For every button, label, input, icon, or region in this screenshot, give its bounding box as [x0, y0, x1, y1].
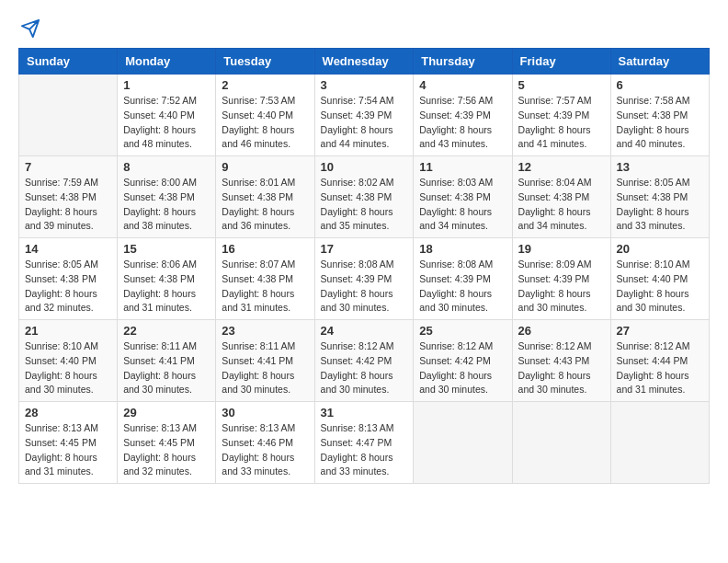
day-info: Sunrise: 8:11 AM Sunset: 4:41 PM Dayligh… — [123, 339, 210, 397]
day-info: Sunrise: 8:01 AM Sunset: 4:38 PM Dayligh… — [222, 176, 308, 234]
day-info: Sunrise: 8:12 AM Sunset: 4:42 PM Dayligh… — [321, 339, 408, 397]
day-info: Sunrise: 8:10 AM Sunset: 4:40 PM Dayligh… — [617, 258, 703, 316]
day-info: Sunrise: 8:00 AM Sunset: 4:38 PM Dayligh… — [123, 176, 210, 234]
calendar-cell: 16 Sunrise: 8:07 AM Sunset: 4:38 PM Dayl… — [216, 238, 314, 320]
day-number: 6 — [617, 78, 703, 92]
calendar-cell: 28 Sunrise: 8:13 AM Sunset: 4:45 PM Dayl… — [19, 402, 118, 484]
calendar-cell: 18 Sunrise: 8:08 AM Sunset: 4:39 PM Dayl… — [414, 238, 512, 320]
day-info: Sunrise: 8:12 AM Sunset: 4:44 PM Dayligh… — [617, 339, 703, 397]
day-number: 20 — [617, 242, 703, 256]
calendar-cell: 14 Sunrise: 8:05 AM Sunset: 4:38 PM Dayl… — [19, 238, 118, 320]
calendar-week-row: 1 Sunrise: 7:52 AM Sunset: 4:40 PM Dayli… — [19, 75, 710, 156]
day-number: 9 — [222, 160, 308, 174]
day-info: Sunrise: 7:57 AM Sunset: 4:39 PM Dayligh… — [518, 94, 605, 152]
day-number: 23 — [222, 324, 308, 338]
weekday-header-wednesday: Wednesday — [314, 49, 414, 75]
calendar-cell: 22 Sunrise: 8:11 AM Sunset: 4:41 PM Dayl… — [118, 320, 216, 402]
calendar-cell — [512, 402, 610, 484]
calendar-cell: 29 Sunrise: 8:13 AM Sunset: 4:45 PM Dayl… — [118, 402, 216, 484]
day-info: Sunrise: 8:13 AM Sunset: 4:47 PM Dayligh… — [321, 421, 408, 479]
calendar-cell: 13 Sunrise: 8:05 AM Sunset: 4:38 PM Dayl… — [610, 156, 709, 238]
day-number: 24 — [321, 324, 408, 338]
calendar-cell: 3 Sunrise: 7:54 AM Sunset: 4:39 PM Dayli… — [314, 75, 414, 156]
day-number: 7 — [25, 160, 111, 174]
calendar-cell: 26 Sunrise: 8:12 AM Sunset: 4:43 PM Dayl… — [512, 320, 610, 402]
calendar-table: SundayMondayTuesdayWednesdayThursdayFrid… — [18, 48, 710, 484]
day-number: 12 — [518, 160, 605, 174]
page-header — [18, 18, 710, 39]
calendar-cell: 24 Sunrise: 8:12 AM Sunset: 4:42 PM Dayl… — [314, 320, 414, 402]
calendar-cell: 21 Sunrise: 8:10 AM Sunset: 4:40 PM Dayl… — [19, 320, 118, 402]
calendar-cell — [414, 402, 512, 484]
day-info: Sunrise: 8:06 AM Sunset: 4:38 PM Dayligh… — [123, 258, 210, 316]
calendar-week-row: 7 Sunrise: 7:59 AM Sunset: 4:38 PM Dayli… — [19, 156, 710, 238]
day-info: Sunrise: 7:54 AM Sunset: 4:39 PM Dayligh… — [321, 94, 408, 152]
calendar-header-row: SundayMondayTuesdayWednesdayThursdayFrid… — [19, 49, 710, 75]
day-info: Sunrise: 8:03 AM Sunset: 4:38 PM Dayligh… — [419, 176, 506, 234]
day-number: 15 — [123, 242, 210, 256]
day-info: Sunrise: 7:52 AM Sunset: 4:40 PM Dayligh… — [123, 94, 210, 152]
weekday-header-sunday: Sunday — [19, 49, 118, 75]
day-info: Sunrise: 8:08 AM Sunset: 4:39 PM Dayligh… — [419, 258, 506, 316]
day-info: Sunrise: 7:59 AM Sunset: 4:38 PM Dayligh… — [25, 176, 111, 234]
calendar-cell: 30 Sunrise: 8:13 AM Sunset: 4:46 PM Dayl… — [216, 402, 314, 484]
calendar-cell: 9 Sunrise: 8:01 AM Sunset: 4:38 PM Dayli… — [216, 156, 314, 238]
day-number: 2 — [222, 78, 308, 92]
day-number: 17 — [321, 242, 408, 256]
day-number: 22 — [123, 324, 210, 338]
calendar-cell: 10 Sunrise: 8:02 AM Sunset: 4:38 PM Dayl… — [314, 156, 414, 238]
calendar-week-row: 14 Sunrise: 8:05 AM Sunset: 4:38 PM Dayl… — [19, 238, 710, 320]
day-info: Sunrise: 8:02 AM Sunset: 4:38 PM Dayligh… — [321, 176, 408, 234]
calendar-cell: 11 Sunrise: 8:03 AM Sunset: 4:38 PM Dayl… — [414, 156, 512, 238]
day-number: 29 — [123, 406, 210, 419]
day-info: Sunrise: 8:13 AM Sunset: 4:45 PM Dayligh… — [25, 421, 111, 479]
day-number: 4 — [419, 78, 506, 92]
day-number: 13 — [617, 160, 703, 174]
day-info: Sunrise: 8:12 AM Sunset: 4:43 PM Dayligh… — [518, 339, 605, 397]
day-info: Sunrise: 8:04 AM Sunset: 4:38 PM Dayligh… — [518, 176, 605, 234]
calendar-cell — [19, 75, 118, 156]
calendar-week-row: 28 Sunrise: 8:13 AM Sunset: 4:45 PM Dayl… — [19, 402, 710, 484]
calendar-week-row: 21 Sunrise: 8:10 AM Sunset: 4:40 PM Dayl… — [19, 320, 710, 402]
day-number: 10 — [321, 160, 408, 174]
weekday-header-friday: Friday — [512, 49, 610, 75]
day-info: Sunrise: 8:08 AM Sunset: 4:39 PM Dayligh… — [321, 258, 408, 316]
calendar-cell: 27 Sunrise: 8:12 AM Sunset: 4:44 PM Dayl… — [610, 320, 709, 402]
day-number: 21 — [25, 324, 111, 338]
day-number: 26 — [518, 324, 605, 338]
day-info: Sunrise: 7:53 AM Sunset: 4:40 PM Dayligh… — [222, 94, 308, 152]
calendar-cell: 7 Sunrise: 7:59 AM Sunset: 4:38 PM Dayli… — [19, 156, 118, 238]
weekday-header-monday: Monday — [118, 49, 216, 75]
day-number: 11 — [419, 160, 506, 174]
day-info: Sunrise: 8:12 AM Sunset: 4:42 PM Dayligh… — [419, 339, 506, 397]
day-info: Sunrise: 8:05 AM Sunset: 4:38 PM Dayligh… — [25, 258, 111, 316]
calendar-cell: 23 Sunrise: 8:11 AM Sunset: 4:41 PM Dayl… — [216, 320, 314, 402]
day-number: 19 — [518, 242, 605, 256]
logo — [18, 18, 40, 39]
day-number: 18 — [419, 242, 506, 256]
day-info: Sunrise: 8:07 AM Sunset: 4:38 PM Dayligh… — [222, 258, 308, 316]
calendar-cell: 12 Sunrise: 8:04 AM Sunset: 4:38 PM Dayl… — [512, 156, 610, 238]
calendar-cell: 6 Sunrise: 7:58 AM Sunset: 4:38 PM Dayli… — [610, 75, 709, 156]
day-info: Sunrise: 7:56 AM Sunset: 4:39 PM Dayligh… — [419, 94, 506, 152]
day-info: Sunrise: 8:10 AM Sunset: 4:40 PM Dayligh… — [25, 339, 111, 397]
day-info: Sunrise: 8:05 AM Sunset: 4:38 PM Dayligh… — [617, 176, 703, 234]
day-info: Sunrise: 8:13 AM Sunset: 4:45 PM Dayligh… — [123, 421, 210, 479]
logo-bird-icon — [20, 18, 40, 39]
calendar-cell: 8 Sunrise: 8:00 AM Sunset: 4:38 PM Dayli… — [118, 156, 216, 238]
calendar-cell: 5 Sunrise: 7:57 AM Sunset: 4:39 PM Dayli… — [512, 75, 610, 156]
calendar-cell: 17 Sunrise: 8:08 AM Sunset: 4:39 PM Dayl… — [314, 238, 414, 320]
day-number: 30 — [222, 406, 308, 419]
day-number: 5 — [518, 78, 605, 92]
day-number: 27 — [617, 324, 703, 338]
day-number: 31 — [321, 406, 408, 419]
weekday-header-tuesday: Tuesday — [216, 49, 314, 75]
day-info: Sunrise: 8:13 AM Sunset: 4:46 PM Dayligh… — [222, 421, 308, 479]
calendar-cell: 25 Sunrise: 8:12 AM Sunset: 4:42 PM Dayl… — [414, 320, 512, 402]
day-number: 28 — [25, 406, 111, 419]
day-number: 3 — [321, 78, 408, 92]
day-number: 16 — [222, 242, 308, 256]
day-number: 14 — [25, 242, 111, 256]
calendar-cell: 1 Sunrise: 7:52 AM Sunset: 4:40 PM Dayli… — [118, 75, 216, 156]
calendar-cell: 31 Sunrise: 8:13 AM Sunset: 4:47 PM Dayl… — [314, 402, 414, 484]
